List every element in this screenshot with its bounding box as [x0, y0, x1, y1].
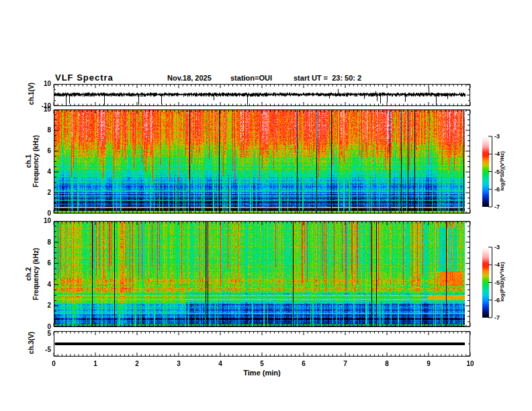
panel-ch1-waveform: [54, 84, 470, 106]
panel-ch2-spectrogram: [54, 221, 470, 327]
colorbar-ch2-tick-label: -5: [494, 279, 509, 286]
x-tick-label: 3: [171, 360, 187, 367]
x-tick-label: 6: [296, 360, 312, 367]
colorbar-ch1-tick-label: -5: [494, 169, 509, 175]
ch2-spec-tick-label: 4: [24, 281, 51, 288]
ch3-flatline: [55, 342, 465, 345]
x-tick-label: 5: [254, 360, 270, 367]
colorbar-ch2-tick-label: -4: [494, 261, 509, 268]
ch3-tick-label: 5: [24, 330, 51, 337]
ch2-spec-tick-label: 2: [24, 302, 51, 309]
colorbar-ch2-tick-label: -7: [494, 314, 509, 321]
colorbar-ch1-tick-label: -4: [494, 150, 509, 157]
ch3-axis-label: ch.3(V): [28, 303, 35, 383]
header-start-ut: start UT = 23: 50: 2: [294, 74, 361, 82]
colorbar-ch1-tick-label: -3: [494, 133, 509, 140]
panel-ch3: [54, 331, 470, 357]
colorbar-ch2-tick-label: -6: [494, 297, 509, 304]
x-tick-label: 10: [462, 360, 478, 367]
ch2-spectrogram-canvas: [54, 222, 465, 326]
x-axis-label: Time (min): [228, 369, 296, 377]
ch1-spec-tick-label: 6: [24, 147, 51, 154]
header-date: Nov.18, 2025: [167, 74, 212, 82]
x-tick-label: 4: [212, 360, 228, 367]
ch1-spec-tick-label: 8: [24, 126, 51, 134]
ch1-spec-tick-label: 0: [24, 210, 51, 217]
x-tick-label: 9: [420, 360, 437, 367]
ch1-wave-tick-label: 10: [24, 80, 51, 87]
ch1-spectrogram-canvas: [54, 110, 465, 213]
ch2-spec-tick-label: 10: [24, 217, 51, 224]
ch1-spec-tick-label: 2: [24, 189, 51, 196]
ch2-spec-tick-label: 6: [24, 259, 51, 267]
page-title: VLF Spectra: [55, 73, 114, 83]
ch1-waveform-canvas: [54, 85, 468, 105]
ch1-spec-tick-label: 4: [24, 168, 51, 175]
panel-ch1-spectrogram: [54, 109, 470, 214]
colorbar-ch2-gradient: [482, 247, 489, 318]
x-tick-label: 1: [87, 360, 103, 367]
ch3-tick-label: -5: [24, 346, 51, 353]
ch1-spec-tick-label: 10: [24, 105, 51, 113]
x-tick-label: 7: [337, 360, 353, 367]
vlf-spectra-figure: VLF Spectra Nov.18, 2025 station=OUI sta…: [0, 0, 532, 411]
header-station: station=OUI: [230, 74, 272, 82]
x-tick-label: 2: [129, 360, 145, 367]
ch2-spec-tick-label: 8: [24, 238, 51, 246]
x-tick-label: 0: [46, 360, 62, 367]
x-tick-label: 8: [379, 360, 395, 367]
colorbar-ch1-tick-label: -6: [494, 186, 509, 193]
colorbar-ch2-tick-label: -3: [494, 244, 509, 250]
colorbar-ch1-tick-label: -7: [494, 203, 509, 210]
colorbar-ch1-gradient: [482, 136, 489, 207]
